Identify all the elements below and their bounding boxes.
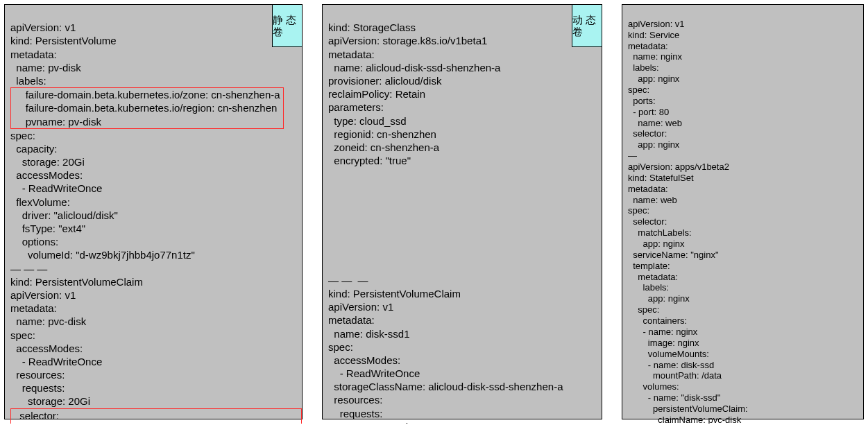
p1-highlight-labels: failure-domain.beta.kubernetes.io/zone: … [10,87,284,129]
p1-l20: spec: [10,329,35,341]
p3-l03: metadata: [628,41,668,51]
p3-l21: serviceName: "nginx" [628,250,719,260]
p1-l08: storage: 20Gi [10,156,85,168]
p1-l02: kind: PersistentVolume [10,35,117,46]
p3-l25: app: nginx [628,293,690,304]
p3-l35: persistentVolumeClaim: [628,404,748,414]
p2-l11: encrypted: "true" [328,155,411,166]
p2-l06: reclaimPolicy: Retain [328,88,425,100]
p2-l08: type: cloud_ssd [328,115,407,127]
p1-hl1a: failure-domain.beta.kubernetes.io/zone: … [14,89,280,101]
p2-l22: storage: 20Gi [328,421,408,424]
p1-l05: labels: [10,75,46,87]
p3-l34: - name: "disk-ssd" [628,392,721,403]
p1-hl1b: failure-domain.beta.kubernetes.io/region… [14,102,277,114]
p1-l22: - ReadWriteOnce [10,356,102,367]
p2-l05: provisioner: alicloud/disk [328,75,441,87]
p3-l24: labels: [628,282,669,293]
p2-l18: - ReadWriteOnce [328,367,420,379]
p3-l30: volumeMounts: [628,349,709,359]
badge-static: 静 态 卷 [272,4,303,47]
badge-dynamic: 动 态 卷 [572,4,602,47]
p2-l09: regionid: cn-shenzhen [328,128,436,140]
p2-l07: parameters: [328,101,384,113]
p2-l16: spec: [328,341,353,353]
p3-sep: — [628,150,637,161]
p1-l16: kind: PersistentVolumeClaim [10,276,143,288]
p1-l01: apiVersion: v1 [10,21,76,33]
p3-l07: spec: [628,85,649,95]
p1-l03: metadata: [10,49,57,60]
p1-l13: fsType: "ext4" [10,223,85,234]
p2-l03: metadata: [328,49,375,60]
p3-l26: spec: [628,304,660,315]
p3-l02: kind: Service [628,30,679,40]
p3-l14: kind: StatefulSet [628,173,694,183]
p1-highlight-selector: selector: matchLabels: pvname: pv-disk [10,408,302,424]
p3-l22: template: [628,261,670,271]
p1-sep1: — — — [10,263,47,275]
p2-l20: resources: [328,394,382,406]
p3-l33: volumes: [628,381,679,392]
p3-l27: containers: [628,315,687,326]
p3-l08: ports: [628,96,656,106]
p3-l13: apiVersion: apps/v1beta2 [628,162,729,172]
p1-l14: options: [10,236,58,248]
p3-l28: - name: nginx [628,327,697,337]
p3-l18: selector: [628,216,667,227]
p1-l19: name: pvc-disk [10,315,86,327]
p1-l18: metadata: [10,302,57,314]
p2-l13: apiVersion: v1 [328,301,393,313]
p2-l04: name: alicloud-disk-ssd-shenzhen-a [328,62,500,73]
p1-l07: capacity: [10,143,58,155]
p3-l01: apiVersion: v1 [628,19,685,29]
p2-sep1: — — — [328,275,368,286]
p3-l16: name: web [628,195,677,205]
p2-l02: apiVersion: storage.k8s.io/v1beta1 [328,35,487,46]
p2-l15: name: disk-ssd1 [328,328,410,340]
p1-hl1c: pvname: pv-disk [14,116,101,128]
p1-l12: driver: "alicloud/disk" [10,209,118,221]
p1-l21: accessModes: [10,342,83,354]
panels-row: 静 态 卷 apiVersion: v1 kind: PersistentVol… [4,4,864,419]
p1-l04: name: pv-disk [10,62,81,73]
panel-service-statefulset: apiVersion: v1 kind: Service metadata: n… [622,4,864,419]
p1-l06: spec: [10,130,35,141]
p3-l06: app: nginx [628,73,679,84]
p2-l01: kind: StorageClass [328,21,416,33]
p1-l11: flexVolume: [10,196,70,208]
p1-l24: requests: [10,382,65,394]
p3-l36: claimName: pvc-disk [628,415,741,424]
p3-l17: spec: [628,205,649,216]
panel1-code: apiVersion: v1 kind: PersistentVolume me… [10,8,296,424]
p2-l10: zoneid: cn-shenzhen-a [328,141,439,153]
p3-l29: image: nginx [628,338,699,348]
p3-l32: mountPath: /data [628,370,722,381]
p2-l21: requests: [328,408,382,419]
p3-l04: name: nginx [628,51,682,62]
p1-l09: accessModes: [10,169,83,181]
p2-l14: metadata: [328,314,375,326]
p3-l11: selector: [628,128,667,139]
panel-static-volume: 静 态 卷 apiVersion: v1 kind: PersistentVol… [4,4,303,419]
p1-l23: resources: [10,369,65,381]
p3-l10: name: web [628,118,682,128]
p3-l09: - port: 80 [628,107,669,117]
panel2-code: kind: StorageClass apiVersion: storage.k… [328,8,596,424]
p2-l19: storageClassName: alicloud-disk-ssd-shen… [328,381,563,392]
p3-l31: - name: disk-ssd [628,360,714,370]
p3-l05: labels: [628,62,659,73]
p2-l17: accessModes: [328,354,400,366]
p1-l17: apiVersion: v1 [10,289,76,301]
p1-l15: volumeId: "d-wz9bkj7jhbb4jo77n1tz" [10,249,195,261]
p1-l10: - ReadWriteOnce [10,182,102,194]
p1-hl2a: selector: [14,410,59,422]
p3-l23: metadata: [628,272,678,282]
p1-hl2b: matchLabels: [14,423,87,424]
panel3-code: apiVersion: v1 kind: Service metadata: n… [628,8,858,424]
p3-l12: app: nginx [628,139,679,150]
p3-l15: metadata: [628,184,668,194]
panel-dynamic-volume: 动 态 卷 kind: StorageClass apiVersion: sto… [322,4,602,419]
p1-l25: storage: 20Gi [10,395,90,407]
p3-l19: matchLabels: [628,227,692,238]
